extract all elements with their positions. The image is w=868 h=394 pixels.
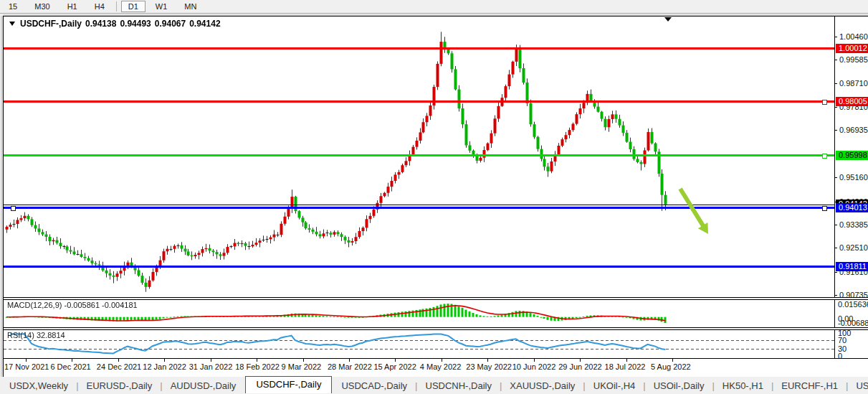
price-tick-label: 0.90735 — [839, 291, 868, 299]
price-tick-mark — [834, 248, 837, 248]
date-label: 9 Mar 2022 — [282, 362, 322, 371]
date-tick-mark — [534, 359, 535, 362]
price-badge-1.00012: 1.00012 — [836, 44, 868, 53]
date-label: 24 Dec 2021 — [97, 362, 141, 371]
price-tick-mark — [834, 295, 837, 296]
price-tick-mark — [834, 60, 837, 60]
tab-usoil-daily[interactable]: USOil-,Daily — [644, 379, 714, 393]
price-tick-mark — [834, 272, 837, 273]
price-tick-mark — [834, 130, 837, 131]
ohlc-low: 0.94067 — [155, 19, 186, 29]
rsi-scale-70: 70 — [838, 336, 846, 344]
date-tick-mark — [580, 359, 581, 362]
rsi-pane: RSI(14) 32.8814 10070300 — [4, 330, 868, 358]
date-tick-mark — [349, 359, 350, 362]
date-tick-mark — [211, 359, 211, 362]
date-label: 15 Apr 2022 — [373, 362, 416, 371]
date-tick-mark — [442, 359, 442, 362]
timeframe-button-h4[interactable]: H4 — [87, 1, 112, 12]
tab-usdchf-daily[interactable]: USDCHF-,Daily — [245, 376, 332, 393]
rsi-axis-border — [834, 330, 835, 358]
price-tick-mark — [834, 177, 837, 178]
macd-pane: MACD(12,26,9) -0.005861 -0.004181 0.0156… — [4, 300, 868, 327]
price-tick-label: 1.00460 — [839, 32, 868, 41]
price-tick-label: 0.98710 — [839, 79, 868, 88]
date-tick-mark — [26, 359, 27, 362]
timeframe-button-15[interactable]: 15 — [1, 1, 24, 12]
rsi-canvas[interactable] — [4, 330, 834, 358]
chart-symbol-period: USDCHF-,Daily — [20, 19, 82, 29]
date-tick-mark — [626, 359, 627, 362]
date-tick-mark — [303, 359, 304, 362]
date-label: 12 Jan 2022 — [143, 362, 186, 371]
tab-usdcnh-daily[interactable]: USDCNH-,Daily — [416, 379, 501, 393]
tab-ukoil-h4[interactable]: UKOil-,H4 — [584, 379, 645, 393]
price-tick-label: 0.93385 — [839, 220, 868, 229]
price-tick-mark — [834, 37, 837, 37]
chart-tab-bar: USDX,Weekly|EURUSD-,Daily|AUDUSD-,DailyU… — [0, 377, 868, 394]
tab-hk50-h1[interactable]: HK50-,H1 — [713, 379, 773, 393]
date-tick-mark — [164, 359, 165, 362]
date-tick-mark — [487, 359, 488, 362]
date-label: 23 May 2022 — [466, 362, 512, 371]
price-chart-pane: USDCHF-,Daily 0.94138 0.94493 0.94067 0.… — [4, 17, 868, 297]
toolbar-divider — [116, 1, 117, 11]
date-label: 5 Aug 2022 — [651, 362, 691, 371]
timeframe-button-w1[interactable]: W1 — [148, 1, 175, 12]
date-tick-mark — [257, 359, 257, 362]
chart-window: USDCHF-,Daily 0.94138 0.94493 0.94067 0.… — [3, 16, 868, 378]
price-axis-border — [834, 17, 835, 297]
price-tick-mark — [834, 83, 837, 84]
macd-axis-border — [834, 300, 835, 327]
date-label: 6 Dec 2021 — [50, 362, 90, 371]
price-tick-mark — [834, 225, 837, 225]
ohlc-high: 0.94493 — [120, 19, 151, 29]
date-label: 29 Jun 2022 — [558, 362, 602, 371]
timeframe-button-mn[interactable]: MN — [177, 1, 204, 12]
price-badge-0.95998: 0.95998 — [836, 151, 868, 160]
down-arrow-annotation[interactable] — [4, 17, 834, 297]
macd-scale-min: -0.006884 — [838, 319, 868, 327]
date-label: 18 Feb 2022 — [235, 362, 280, 371]
timeframe-toolbar: 15M30H1H4D1W1MN — [0, 0, 868, 14]
price-badge-0.94013: 0.94013 — [836, 203, 868, 212]
date-label: 28 Mar 2022 — [328, 362, 372, 371]
date-tick-mark — [395, 359, 396, 362]
price-badge-0.91811: 0.91811 — [836, 262, 868, 271]
price-badge-0.98005: 0.98005 — [836, 97, 868, 106]
tab-usdx-weekly[interactable]: USDX,Weekly — [0, 379, 77, 393]
price-tick-label: 0.92510 — [839, 243, 868, 252]
macd-scale-max: 0.015636 — [838, 300, 868, 309]
date-label: 10 Jun 2022 — [512, 362, 556, 371]
timeframe-button-h1[interactable]: H1 — [60, 1, 85, 12]
price-tick-label: 0.99585 — [839, 55, 868, 64]
date-tick-mark — [672, 359, 673, 362]
chevron-down-icon[interactable] — [9, 22, 15, 26]
tab-eurchf-h1[interactable]: EURCHF-,H1 — [772, 379, 847, 393]
timeframe-button-m30[interactable]: M30 — [27, 1, 57, 12]
tab-usoil-h4[interactable]: USOil-,H4 — [846, 379, 868, 393]
chart-title: USDCHF-,Daily 0.94138 0.94493 0.94067 0.… — [9, 19, 221, 29]
macd-label: MACD(12,26,9) -0.005861 -0.004181 — [7, 301, 138, 309]
date-label: 18 Jul 2022 — [605, 362, 646, 371]
date-axis: 17 Nov 20216 Dec 202124 Dec 202112 Jan 2… — [4, 359, 868, 377]
tab-xauusd-daily[interactable]: XAUUSD-,Daily — [500, 379, 584, 393]
ohlc-close: 0.94142 — [189, 19, 220, 29]
timeframe-button-d1[interactable]: D1 — [121, 1, 146, 12]
price-tick-label: 0.96935 — [839, 126, 868, 134]
ohlc-open: 0.94138 — [85, 19, 116, 29]
rsi-scale-0: 0 — [838, 352, 842, 360]
price-tick-label: 0.95160 — [839, 173, 868, 182]
tab-usdcad-daily[interactable]: USDCAD-,Daily — [332, 379, 416, 393]
date-label: 4 May 2022 — [420, 362, 461, 371]
date-tick-mark — [118, 359, 119, 362]
date-tick-mark — [72, 359, 72, 362]
date-label: 17 Nov 2021 — [4, 362, 49, 371]
tab-eurusd-daily[interactable]: EURUSD-,Daily — [77, 379, 162, 393]
date-label: 31 Jan 2022 — [189, 362, 233, 371]
rsi-label: RSI(14) 32.8814 — [7, 331, 65, 339]
metatrader-app: { "toolbar": { "timeframes": [ {"label":… — [0, 0, 868, 394]
tab-audusd-daily[interactable]: AUDUSD-,Daily — [161, 379, 246, 393]
price-tick-mark — [834, 107, 837, 108]
